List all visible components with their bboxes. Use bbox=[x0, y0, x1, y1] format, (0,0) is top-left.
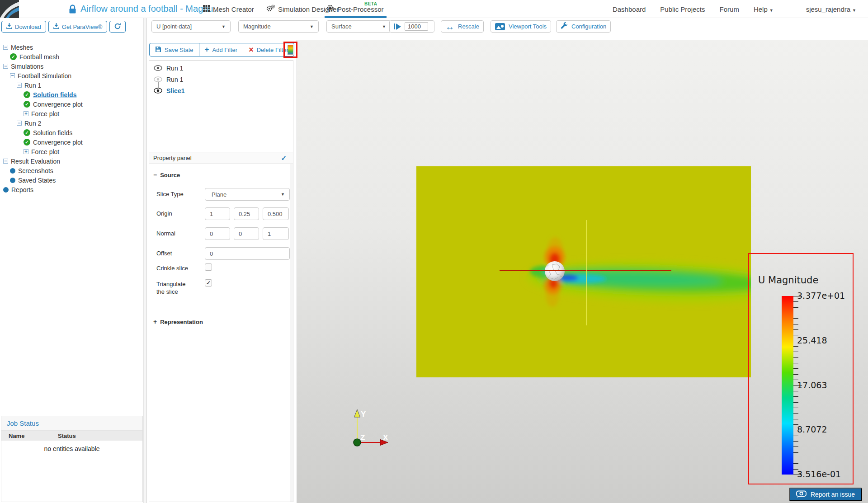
tree-item-label: Force plot bbox=[31, 110, 59, 118]
collapse-toggle-icon[interactable]: − bbox=[3, 64, 8, 69]
header-nav: DashboardPublic ProjectsForum Help▼ sjes… bbox=[613, 0, 856, 18]
tree-item-screenshots[interactable]: Screenshots bbox=[0, 166, 142, 175]
origin-x-input[interactable] bbox=[205, 207, 230, 220]
tree-item-label: Run 2 bbox=[24, 120, 41, 127]
pipeline-property-box: Run 1Run 1Slice1 Property panel ✓ − Sour… bbox=[149, 60, 293, 502]
visibility-eye-icon[interactable] bbox=[154, 76, 162, 82]
visibility-eye-icon[interactable] bbox=[154, 65, 162, 71]
project-title[interactable]: Airflow around a football - Magnu… bbox=[80, 4, 222, 14]
refresh-button[interactable] bbox=[109, 21, 126, 33]
z-axis-label: Z bbox=[360, 433, 365, 442]
normal-x-input[interactable] bbox=[205, 227, 230, 240]
plus-icon: + bbox=[205, 45, 209, 54]
origin-y-input[interactable] bbox=[234, 207, 259, 220]
save-icon bbox=[155, 46, 161, 54]
configuration-button[interactable]: Configuration bbox=[556, 20, 611, 33]
add-filter-button[interactable]: + Add Filter bbox=[199, 43, 244, 56]
nav-link-public-projects[interactable]: Public Projects bbox=[660, 5, 705, 13]
tree-item-label: Reports bbox=[11, 186, 33, 193]
collapse-toggle-icon[interactable]: − bbox=[17, 83, 22, 88]
tree-item-convergence-plot[interactable]: ✓Convergence plot bbox=[0, 137, 142, 147]
tree-item-label: Solution fields bbox=[33, 91, 76, 99]
tree-item-solution-fields[interactable]: ✓Solution fields bbox=[0, 90, 142, 99]
rescale-button[interactable]: ↔ Rescale bbox=[441, 20, 484, 33]
pipeline-list: Run 1Run 1Slice1 bbox=[149, 61, 293, 151]
tree-item-force-plot[interactable]: +Force plot bbox=[0, 147, 142, 156]
play-icon[interactable] bbox=[394, 24, 401, 30]
pipeline-item-run-1-1[interactable]: Run 1 bbox=[154, 74, 293, 85]
tab-mesh-creator[interactable]: Mesh Creator bbox=[203, 0, 254, 18]
tree-item-label: Football mesh bbox=[19, 53, 59, 61]
legend-colorbar bbox=[782, 296, 793, 475]
colormap-icon[interactable] bbox=[288, 45, 293, 55]
tree-item-label: Convergence plot bbox=[33, 139, 83, 146]
collapse-toggle-icon[interactable]: − bbox=[3, 159, 8, 164]
tab-label: Post-Processor bbox=[337, 5, 384, 13]
tree-item-simulations[interactable]: −Simulations bbox=[0, 61, 142, 71]
status-check-icon: ✓ bbox=[24, 129, 30, 136]
slice-type-select[interactable]: Plane▼ bbox=[205, 188, 290, 201]
filter-toolbar: Save State + Add Filter × Delete Filter bbox=[149, 43, 294, 56]
app: Airflow around a football - Magnu… Mesh … bbox=[0, 0, 868, 503]
triangulate-checkbox[interactable] bbox=[205, 279, 212, 287]
origin-label: Origin bbox=[156, 210, 202, 217]
gears-icon bbox=[266, 5, 275, 14]
normal-z-input[interactable] bbox=[263, 227, 289, 240]
download-icon bbox=[53, 23, 59, 30]
representation-select[interactable]: Surface▼ bbox=[326, 20, 391, 33]
frame-input[interactable] bbox=[405, 22, 428, 31]
tree-item-saved-states[interactable]: Saved States bbox=[0, 175, 142, 185]
property-panel-header[interactable]: Property panel ✓ bbox=[149, 152, 293, 164]
job-status-header: Name Status bbox=[1, 431, 142, 441]
download-button[interactable]: Download bbox=[1, 21, 46, 33]
tree-item-meshes[interactable]: −Meshes bbox=[0, 42, 142, 52]
collapse-toggle-icon[interactable]: − bbox=[17, 121, 22, 126]
tree-item-force-plot[interactable]: +Force plot bbox=[0, 109, 142, 118]
tree-item-football-simulation[interactable]: −Football Simulation bbox=[0, 71, 142, 80]
help-menu[interactable]: Help▼ bbox=[754, 5, 774, 13]
field-select[interactable]: U [point-data]▼ bbox=[151, 20, 231, 33]
crinkle-checkbox[interactable] bbox=[205, 263, 212, 271]
gear-icon bbox=[326, 5, 334, 14]
get-paraview-button[interactable]: Get ParaView® bbox=[48, 21, 108, 33]
expand-toggle-icon[interactable]: + bbox=[24, 111, 28, 116]
nav-link-dashboard[interactable]: Dashboard bbox=[613, 5, 646, 13]
render-viewport[interactable]: Y X Z U Magnitude 3.377e+0125.41817.0638… bbox=[297, 40, 868, 503]
z-axis-dot bbox=[354, 439, 361, 446]
pipeline-connector bbox=[158, 82, 159, 89]
normal-y-input[interactable] bbox=[234, 227, 259, 240]
job-status-panel: Job Status Name Status no entities avail… bbox=[1, 416, 143, 502]
tree-item-reports[interactable]: Reports bbox=[0, 185, 142, 194]
tab-post-processor[interactable]: Post-Processor BETA bbox=[326, 0, 384, 18]
collapse-toggle-icon[interactable]: − bbox=[10, 73, 15, 78]
slice-visualization[interactable] bbox=[416, 166, 751, 377]
collapse-toggle-icon[interactable]: − bbox=[3, 45, 8, 50]
source-section-toggle[interactable]: − Source bbox=[153, 171, 180, 179]
status-check-icon: ✓ bbox=[10, 53, 17, 60]
expand-toggle-icon[interactable]: + bbox=[24, 149, 28, 154]
save-state-button[interactable]: Save State bbox=[149, 43, 199, 56]
tree-item-convergence-plot[interactable]: ✓Convergence plot bbox=[0, 99, 142, 109]
tree-item-run-2[interactable]: −Run 2 bbox=[0, 118, 142, 128]
origin-z-input[interactable] bbox=[263, 207, 289, 220]
slice-type-label: Slice Type bbox=[156, 190, 202, 198]
pipeline-item-slice1-2[interactable]: Slice1 bbox=[154, 85, 293, 96]
offset-input[interactable] bbox=[205, 247, 290, 260]
report-issue-button[interactable]: Report an issue bbox=[789, 488, 862, 501]
representation-section-toggle[interactable]: + Representation bbox=[153, 318, 203, 325]
viewport-tools-button[interactable]: Viewport Tools bbox=[491, 20, 551, 33]
tree-item-result-evaluation[interactable]: −Result Evaluation bbox=[0, 156, 142, 166]
simscale-logo[interactable] bbox=[0, 0, 19, 20]
tree-item-solution-fields[interactable]: ✓Solution fields bbox=[0, 128, 142, 137]
property-scrollbar[interactable] bbox=[290, 164, 293, 502]
grid-icon bbox=[203, 5, 210, 13]
sidebar-scrollbar[interactable] bbox=[143, 18, 146, 503]
status-check-icon: ✓ bbox=[24, 91, 30, 98]
tree-item-football-mesh[interactable]: ✓Football mesh bbox=[0, 52, 142, 61]
user-menu[interactable]: sjesu_rajendra▼ bbox=[806, 5, 856, 13]
component-select[interactable]: Magnitude▼ bbox=[238, 20, 319, 33]
pipeline-item-run-1-0[interactable]: Run 1 bbox=[154, 62, 293, 74]
nav-link-forum[interactable]: Forum bbox=[720, 5, 739, 13]
tree-item-run-1[interactable]: −Run 1 bbox=[0, 80, 142, 90]
tree-item-label: Simulations bbox=[11, 63, 43, 70]
